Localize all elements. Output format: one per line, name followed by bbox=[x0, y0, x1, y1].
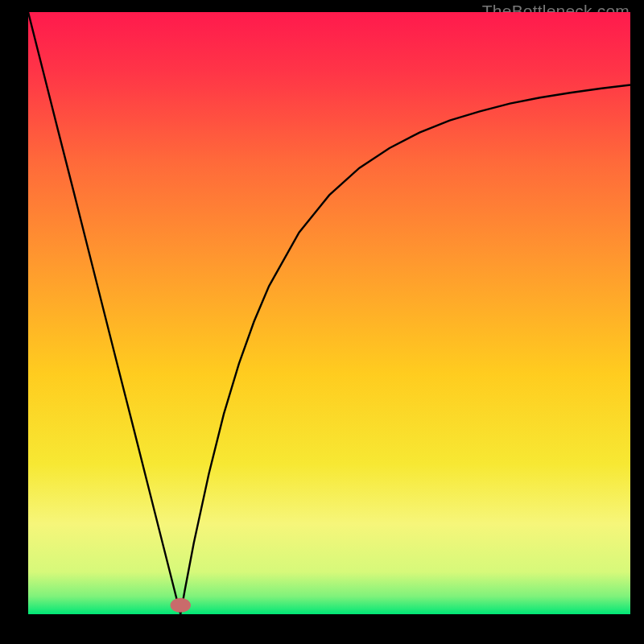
minimum-marker bbox=[171, 598, 191, 613]
gradient-background bbox=[28, 12, 630, 614]
chart-stage: TheBottleneck.com bbox=[0, 0, 644, 644]
chart-svg bbox=[28, 12, 630, 614]
plot-area bbox=[28, 12, 630, 614]
